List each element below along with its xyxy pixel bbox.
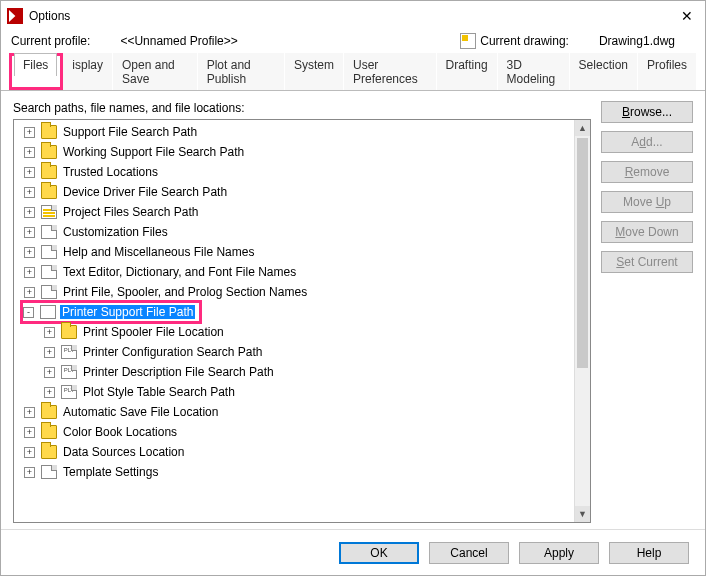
expand-icon[interactable]: + (44, 327, 55, 338)
tree-item[interactable]: +Text Editor, Dictionary, and Font File … (20, 262, 570, 282)
tree-item[interactable]: +Help and Miscellaneous File Names (20, 242, 570, 262)
expand-icon[interactable]: + (24, 467, 35, 478)
tab-profiles[interactable]: Profiles (638, 53, 696, 90)
tree-item-label[interactable]: Print File, Spooler, and Prolog Section … (61, 285, 309, 299)
move-down-button[interactable]: Move Down (601, 221, 693, 243)
tree-item[interactable]: +Template Settings (20, 462, 570, 482)
tab-3d-modeling[interactable]: 3D Modeling (498, 53, 569, 90)
tree-item[interactable]: +Print Spooler File Location (20, 322, 570, 342)
expand-icon[interactable]: + (24, 287, 35, 298)
app-icon (7, 8, 23, 24)
expand-icon[interactable]: + (24, 147, 35, 158)
tab-selection[interactable]: Selection (570, 53, 637, 90)
help-button[interactable]: Help (609, 542, 689, 564)
tree-item-label[interactable]: Working Support File Search Path (61, 145, 246, 159)
move-up-button[interactable]: Move Up (601, 191, 693, 213)
tree-item-label[interactable]: Text Editor, Dictionary, and Font File N… (61, 265, 298, 279)
cancel-button[interactable]: Cancel (429, 542, 509, 564)
expand-icon[interactable]: + (24, 207, 35, 218)
document-stack-icon (40, 305, 56, 319)
expand-icon[interactable]: + (44, 367, 55, 378)
tree-item-label[interactable]: Template Settings (61, 465, 160, 479)
drawing-icon (460, 33, 476, 49)
tree-item[interactable]: -Printer Support File Path (20, 302, 570, 322)
remove-button[interactable]: Remove (601, 161, 693, 183)
current-drawing-label: Current drawing: (480, 34, 569, 48)
add-button[interactable]: Add... (601, 131, 693, 153)
expand-icon[interactable]: + (24, 167, 35, 178)
highlight-printer-support: -Printer Support File Path (20, 300, 202, 324)
tree-item-label[interactable]: Customization Files (61, 225, 170, 239)
expand-icon[interactable]: + (24, 407, 35, 418)
tree-item[interactable]: +Working Support File Search Path (20, 142, 570, 162)
tree-item-label[interactable]: Help and Miscellaneous File Names (61, 245, 256, 259)
tree-item[interactable]: +Print File, Spooler, and Prolog Section… (20, 282, 570, 302)
document-icon (41, 265, 57, 279)
browse-button[interactable]: Browse... (601, 101, 693, 123)
tree-item-label[interactable]: Printer Configuration Search Path (81, 345, 264, 359)
tree-item[interactable]: +Device Driver File Search Path (20, 182, 570, 202)
current-drawing-value: Drawing1.dwg (599, 34, 675, 48)
set-current-button[interactable]: Set Current (601, 251, 693, 273)
close-icon[interactable]: ✕ (675, 8, 699, 24)
tree-item-label[interactable]: Automatic Save File Location (61, 405, 220, 419)
tab-display[interactable]: isplay (63, 53, 112, 90)
folder-stack-icon (41, 165, 57, 179)
tab-user-preferences[interactable]: User Preferences (344, 53, 436, 90)
folder-stack-icon (41, 145, 57, 159)
left-pane: Search paths, file names, and file locat… (13, 101, 591, 523)
expand-icon[interactable]: + (44, 387, 55, 398)
ok-button[interactable]: OK (339, 542, 419, 564)
expand-icon[interactable]: + (24, 247, 35, 258)
tree-item-label[interactable]: Printer Description File Search Path (81, 365, 276, 379)
tree-item-label[interactable]: Print Spooler File Location (81, 325, 226, 339)
tree-item-label[interactable]: Support File Search Path (61, 125, 199, 139)
tree-item-label[interactable]: Device Driver File Search Path (61, 185, 229, 199)
tree[interactable]: +Support File Search Path+Working Suppor… (14, 120, 574, 522)
tree-label: Search paths, file names, and file locat… (13, 101, 591, 115)
plt-document-icon (61, 385, 77, 399)
scroll-down-icon[interactable]: ▼ (575, 506, 590, 522)
tree-item-label[interactable]: Data Sources Location (61, 445, 186, 459)
scroll-up-icon[interactable]: ▲ (575, 120, 590, 136)
scrollbar-vertical[interactable]: ▲ ▼ (574, 120, 590, 522)
tab-files[interactable]: Files (14, 53, 57, 76)
tree-item-label[interactable]: Project Files Search Path (61, 205, 200, 219)
tree-item-label[interactable]: Printer Support File Path (60, 305, 195, 319)
tab-bar: Files isplay Open and Save Plot and Publ… (1, 53, 705, 91)
collapse-icon[interactable]: - (23, 307, 34, 318)
tree-item-label[interactable]: Plot Style Table Search Path (81, 385, 237, 399)
document-icon (41, 205, 57, 219)
folder-icon (61, 325, 77, 339)
expand-icon[interactable]: + (24, 127, 35, 138)
tree-item[interactable]: +Automatic Save File Location (20, 402, 570, 422)
tab-drafting[interactable]: Drafting (437, 53, 497, 90)
expand-icon[interactable]: + (24, 187, 35, 198)
expand-icon[interactable]: + (24, 447, 35, 458)
tree-item[interactable]: +Color Book Locations (20, 422, 570, 442)
tab-plot-and-publish[interactable]: Plot and Publish (198, 53, 284, 90)
window-title: Options (29, 9, 70, 23)
folder-stack-icon (41, 185, 57, 199)
plt-document-icon (61, 345, 77, 359)
apply-button[interactable]: Apply (519, 542, 599, 564)
tree-item-label[interactable]: Color Book Locations (61, 425, 179, 439)
tree-item[interactable]: +Trusted Locations (20, 162, 570, 182)
tab-system[interactable]: System (285, 53, 343, 90)
tree-item[interactable]: +Printer Configuration Search Path (20, 342, 570, 362)
expand-icon[interactable]: + (24, 427, 35, 438)
profile-row: Current profile: <<Unnamed Profile>> Cur… (1, 31, 705, 53)
tree-item[interactable]: +Customization Files (20, 222, 570, 242)
tab-open-and-save[interactable]: Open and Save (113, 53, 197, 90)
tree-item[interactable]: +Data Sources Location (20, 442, 570, 462)
folder-stack-icon (41, 405, 57, 419)
tree-item[interactable]: +Project Files Search Path (20, 202, 570, 222)
expand-icon[interactable]: + (44, 347, 55, 358)
expand-icon[interactable]: + (24, 267, 35, 278)
expand-icon[interactable]: + (24, 227, 35, 238)
scroll-thumb[interactable] (577, 138, 588, 368)
tree-item[interactable]: +Support File Search Path (20, 122, 570, 142)
tree-item[interactable]: +Printer Description File Search Path (20, 362, 570, 382)
tree-item[interactable]: +Plot Style Table Search Path (20, 382, 570, 402)
tree-item-label[interactable]: Trusted Locations (61, 165, 160, 179)
